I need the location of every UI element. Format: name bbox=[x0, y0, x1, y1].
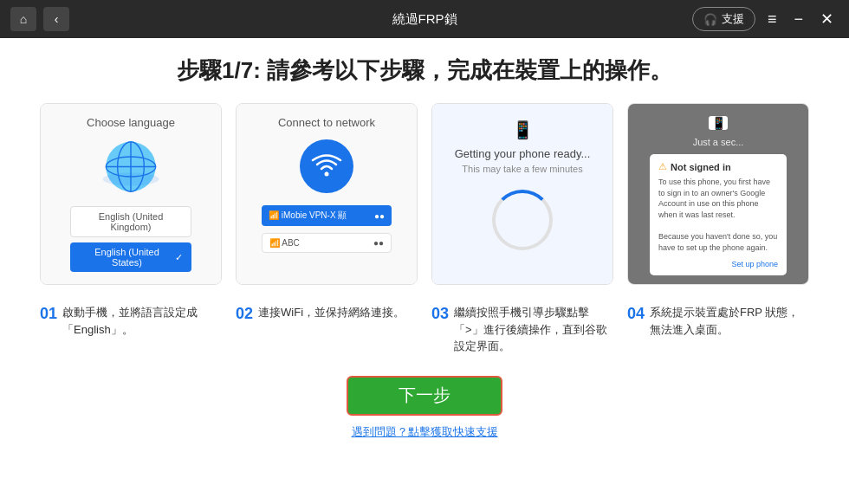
svg-point-6 bbox=[325, 172, 329, 177]
next-button[interactable]: 下一步 bbox=[347, 376, 502, 416]
card-choose-language: Choose language English (United Kingdom)… bbox=[40, 103, 222, 285]
footer: 下一步 遇到問題？點擊獲取快速支援 bbox=[347, 376, 502, 440]
card-not-signed-in: 📱 Just a sec... ⚠ Not signed in To use t… bbox=[627, 103, 809, 285]
back-icon: ‹ bbox=[55, 12, 59, 26]
card1-title: Choose language bbox=[87, 116, 175, 129]
steps-row: 01 啟動手機，並將語言設定成「English」。 02 連接WiFi，並保持網… bbox=[26, 304, 823, 355]
back-button[interactable]: ‹ bbox=[43, 7, 69, 31]
step-4: 04 系統提示裝置處於FRP 狀態，無法進入桌面。 bbox=[627, 304, 809, 355]
card-phone-ready: 📱 Getting your phone ready... This may t… bbox=[431, 103, 613, 285]
titlebar-left: ⌂ ‹ bbox=[10, 7, 69, 31]
minimize-button[interactable]: − bbox=[788, 7, 808, 32]
network-sub-dots: ●● bbox=[373, 238, 384, 248]
step-2: 02 連接WiFi，並保持網絡連接。 bbox=[236, 304, 418, 355]
page-title: 步驟1/7: 請參考以下步驟，完成在裝置上的操作。 bbox=[177, 55, 672, 86]
home-icon: ⌂ bbox=[20, 12, 27, 26]
step1-text: 啟動手機，並將語言設定成「English」。 bbox=[62, 304, 222, 338]
card3-text1: Getting your phone ready... bbox=[455, 147, 591, 160]
support-button[interactable]: 🎧 支援 bbox=[692, 7, 755, 31]
network-item-abc: 📶 ABC ●● bbox=[262, 233, 392, 253]
warning-icon: ⚠ bbox=[658, 161, 667, 172]
step4-num: 04 bbox=[627, 304, 645, 324]
card-connect-network: Connect to network 📶 iMobie VPN-X 顯 bbox=[236, 103, 418, 285]
step2-num: 02 bbox=[236, 304, 253, 324]
card3-text2: This may take a few minutes bbox=[462, 164, 582, 174]
lang-option-uk: English (United Kingdom) bbox=[70, 206, 191, 237]
close-button[interactable]: ✕ bbox=[815, 6, 839, 32]
phone-icon: 📱 bbox=[512, 120, 534, 140]
globe-icon bbox=[100, 138, 161, 196]
step-1: 01 啟動手機，並將語言設定成「English」。 bbox=[40, 304, 222, 355]
card2-title: Connect to network bbox=[278, 116, 375, 129]
step2-text: 連接WiFi，並保持網絡連接。 bbox=[258, 304, 405, 321]
setup-phone-link: Set up phone bbox=[658, 260, 778, 268]
not-signed-body: To use this phone, you first have to sig… bbox=[658, 177, 778, 253]
step1-num: 01 bbox=[40, 304, 57, 324]
step3-text: 繼續按照手機引導步驟點擊「>」進行後續操作，直到谷歌設定界面。 bbox=[454, 304, 613, 355]
wifi-circle bbox=[300, 139, 353, 193]
menu-button[interactable]: ≡ bbox=[762, 7, 782, 32]
loading-spinner bbox=[492, 190, 553, 250]
check-icon: ✓ bbox=[175, 252, 183, 263]
step4-text: 系統提示裝置處於FRP 狀態，無法進入桌面。 bbox=[650, 304, 809, 338]
network-dots: ●● bbox=[374, 211, 385, 221]
wifi-icon bbox=[311, 154, 342, 178]
not-signed-title: Not signed in bbox=[671, 162, 731, 172]
card4-phone-icon: 📱 bbox=[709, 116, 728, 130]
titlebar-right: 🎧 支援 ≡ − ✕ bbox=[692, 6, 839, 32]
main-content: 步驟1/7: 請參考以下步驟，完成在裝置上的操作。 Choose languag… bbox=[0, 38, 849, 504]
wifi-small-icon: 📶 bbox=[269, 210, 282, 220]
home-button[interactable]: ⌂ bbox=[10, 7, 36, 31]
titlebar: ⌂ ‹ 繞過FRP鎖 🎧 支援 ≡ − ✕ bbox=[0, 0, 849, 38]
card4-subtitle: Just a sec... bbox=[693, 137, 744, 147]
step-3: 03 繼續按照手機引導步驟點擊「>」進行後續操作，直到谷歌設定界面。 bbox=[431, 304, 613, 355]
wifi-small-icon2: 📶 bbox=[269, 238, 282, 248]
window-title: 繞過FRP鎖 bbox=[392, 11, 457, 28]
svg-point-5 bbox=[102, 172, 159, 185]
lang-option-us: English (United States) ✓ bbox=[70, 242, 191, 272]
network-item-selected: 📶 iMobie VPN-X 顯 ●● bbox=[262, 205, 392, 226]
cards-row: Choose language English (United Kingdom)… bbox=[26, 103, 823, 285]
not-signed-box: ⚠ Not signed in To use this phone, you f… bbox=[650, 154, 787, 275]
step3-num: 03 bbox=[431, 304, 449, 324]
headset-icon: 🎧 bbox=[703, 13, 717, 26]
help-link[interactable]: 遇到問題？點擊獲取快速支援 bbox=[352, 424, 498, 440]
